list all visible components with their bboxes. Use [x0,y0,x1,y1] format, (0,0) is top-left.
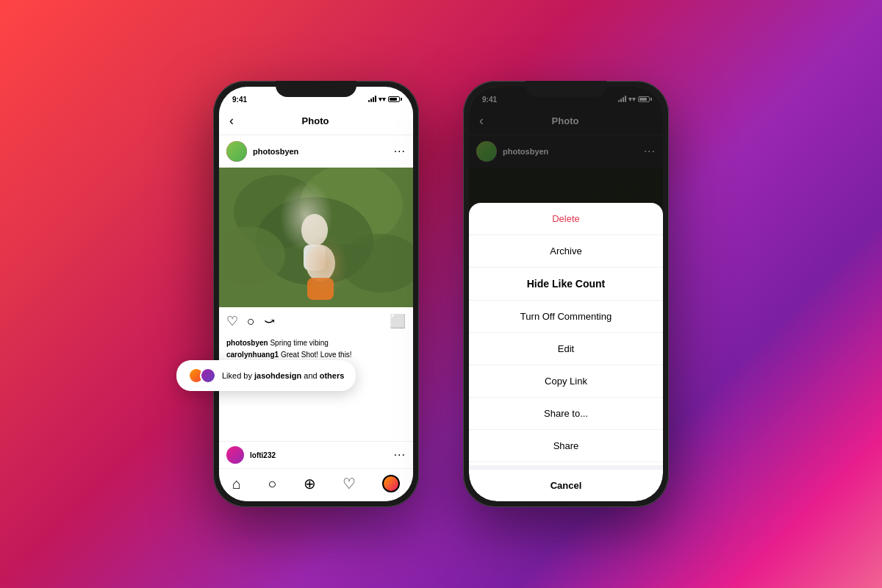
action-sheet: Delete Archive Hide Like Count Turn Off … [469,203,663,501]
notch-right [526,81,606,97]
sheet-delete[interactable]: Delete [469,203,663,235]
wifi-icon-left: ▾▾ [379,96,386,103]
search-icon-left[interactable]: ○ [268,476,276,492]
sheet-copy-link[interactable]: Copy Link [469,365,663,398]
signal-icon-left [368,96,376,102]
username-left: photosbyen [253,147,394,156]
commenter-name: lofti232 [250,451,394,459]
home-icon-left[interactable]: ⌂ [232,476,241,492]
sheet-share-to[interactable]: Share to... [469,398,663,430]
likes-label: Liked by [222,371,254,380]
profile-row-left: photosbyen ··· [219,135,413,168]
likes-others: and others [301,371,344,380]
scene: 9:41 ▾▾ ‹ Photo [0,0,882,588]
status-time-left: 9:41 [232,96,247,104]
likes-username: jasohdesign [254,371,301,380]
right-phone: 9:41 ▾▾ ‹ Photo [463,81,669,507]
comment1-username: carolynhuang1 [226,351,279,359]
nav-title-left: Photo [241,115,390,126]
left-phone: 9:41 ▾▾ ‹ Photo [213,81,419,507]
avatar-left[interactable] [226,141,247,162]
like-icon-left[interactable]: ♡ [226,313,238,329]
battery-icon-left [388,96,400,102]
back-button-left[interactable]: ‹ [229,113,234,129]
notch-left [276,81,356,97]
caption-text: Spring time vibing [270,339,328,347]
comment1-text: Great Shot! Love this! [281,351,352,359]
commenter-avatar [226,446,244,464]
likes-tooltip: Liked by jasohdesign and others [176,360,356,391]
liker-avatar-2 [200,368,216,384]
post-image-left [219,168,413,307]
more-options-left[interactable]: ··· [394,145,406,158]
likes-text: Liked by jasohdesign and others [222,371,344,380]
sheet-edit[interactable]: Edit [469,333,663,365]
add-icon-left[interactable]: ⊕ [304,475,316,492]
right-phone-screen: 9:41 ▾▾ ‹ Photo [469,87,663,501]
sheet-archive[interactable]: Archive [469,235,663,268]
left-phone-screen: 9:41 ▾▾ ‹ Photo [219,87,413,501]
comment-icon-left[interactable]: ○ [247,314,255,329]
comment-more-left[interactable]: ··· [394,448,406,462]
sheet-cancel[interactable]: Cancel [469,465,663,501]
post-caption-left: photosbyen Spring time vibing [226,338,406,348]
heart-icon-left[interactable]: ♡ [343,475,356,492]
sheet-hide-like-count[interactable]: Hide Like Count [469,268,663,301]
sheet-share[interactable]: Share [469,430,663,462]
save-icon-left[interactable]: ⬜ [390,313,406,329]
bottom-nav-left: ⌂ ○ ⊕ ♡ [219,468,413,501]
action-bar-left: ♡ ○ ⤻ ⬜ [219,307,413,335]
nav-bar-left: ‹ Photo [219,107,413,135]
likes-avatars [188,368,216,384]
share-icon-left[interactable]: ⤻ [264,313,275,329]
comment-1-left: carolynhuang1 Great Shot! Love this! [226,350,406,360]
status-icons-left: ▾▾ [368,96,400,103]
caption-username: photosbyen [226,339,268,347]
profile-nav-avatar-left[interactable] [382,475,400,492]
post-image-overlay [219,168,413,307]
comment-row-left: lofti232 ··· [219,441,413,468]
sheet-turn-off-commenting[interactable]: Turn Off Commenting [469,301,663,333]
